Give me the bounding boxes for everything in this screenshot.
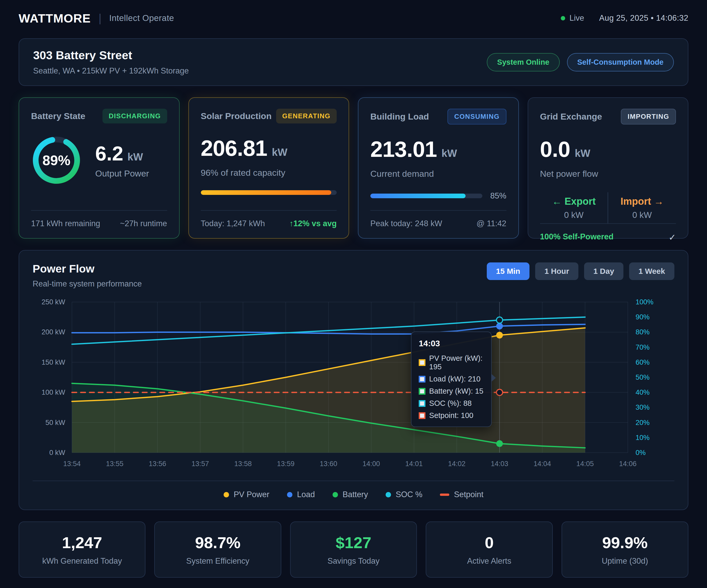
svg-text:10%: 10% bbox=[636, 434, 649, 442]
legend-item-soc-[interactable]: SOC % bbox=[385, 490, 422, 499]
svg-text:14:02: 14:02 bbox=[448, 460, 466, 468]
stat-value: $127 bbox=[296, 533, 411, 552]
battery-output-value: 6.2 bbox=[95, 142, 123, 165]
grid-value: 0.0 bbox=[540, 136, 570, 162]
svg-text:0%: 0% bbox=[636, 449, 646, 457]
svg-text:80%: 80% bbox=[636, 328, 649, 336]
solar-progress-fill bbox=[201, 190, 331, 195]
battery-output-label: Output Power bbox=[95, 168, 149, 178]
svg-text:250 kW: 250 kW bbox=[41, 298, 65, 306]
svg-text:13:54: 13:54 bbox=[63, 460, 81, 468]
svg-text:200 kW: 200 kW bbox=[41, 328, 65, 336]
power-flow-subtitle: Real-time system performance bbox=[33, 279, 142, 289]
legend-label: Battery bbox=[343, 490, 368, 499]
brand-logo: WATTMORE bbox=[19, 11, 91, 25]
tooltip-arrow bbox=[491, 374, 496, 382]
site-info-bar: 303 Battery Street Seattle, WA • 215kW P… bbox=[19, 38, 688, 86]
site-badge-self-consumption-mode: Self-Consumption Mode bbox=[567, 53, 674, 71]
grid-unit: kW bbox=[575, 148, 590, 159]
svg-text:70%: 70% bbox=[636, 344, 649, 351]
power-flow-title: Power Flow bbox=[33, 262, 142, 275]
product-name: Intellect Operate bbox=[109, 13, 174, 23]
chart-tooltip: 14:03 PV Power (kW): 195Load (kW): 210Ba… bbox=[411, 331, 492, 427]
check-icon: ✓ bbox=[669, 232, 676, 242]
tooltip-series-value: Setpoint: 100 bbox=[429, 411, 473, 420]
legend-dot-icon bbox=[385, 492, 391, 497]
legend-label: PV Power bbox=[234, 490, 269, 499]
live-label: Live bbox=[569, 13, 584, 23]
svg-text:14:04: 14:04 bbox=[534, 460, 551, 468]
legend-dot-icon bbox=[287, 492, 293, 497]
svg-text:40%: 40% bbox=[636, 388, 649, 396]
building-load-card: Building Load CONSUMING 213.01 kW Curren… bbox=[358, 97, 519, 239]
svg-text:50 kW: 50 kW bbox=[45, 419, 65, 426]
grid-card-title: Grid Exchange bbox=[540, 111, 602, 122]
svg-text:13:56: 13:56 bbox=[149, 460, 166, 468]
legend-label: SOC % bbox=[396, 490, 422, 499]
load-progress-percent: 85% bbox=[490, 191, 506, 201]
metric-cards-row: Battery State DISCHARGING bbox=[19, 97, 688, 239]
battery-card-title: Battery State bbox=[31, 111, 86, 121]
load-peak-time: @ 11:42 bbox=[476, 219, 506, 228]
legend-item-setpoint[interactable]: Setpoint bbox=[440, 490, 483, 499]
battery-status-badge: DISCHARGING bbox=[102, 109, 167, 124]
svg-text:20%: 20% bbox=[636, 419, 649, 426]
svg-text:13:59: 13:59 bbox=[277, 460, 295, 468]
tooltip-series-swatch-icon bbox=[419, 388, 426, 395]
solar-progress-track bbox=[201, 190, 337, 195]
site-badge-system-online: System Online bbox=[487, 53, 560, 71]
svg-text:13:60: 13:60 bbox=[320, 460, 337, 468]
range-button-1-week[interactable]: 1 Week bbox=[629, 262, 674, 280]
stat-card-kwh-generated-today: 1,247kWh Generated Today bbox=[19, 521, 145, 578]
battery-remaining: 171 kWh remaining bbox=[31, 219, 100, 228]
site-name: 303 Battery Street bbox=[33, 48, 189, 62]
grid-exchange-card: Grid Exchange IMPORTING 0.0 kW Net power… bbox=[528, 97, 688, 239]
load-unit: kW bbox=[441, 148, 457, 159]
tooltip-series-swatch-icon bbox=[419, 376, 426, 383]
range-button-1-hour[interactable]: 1 Hour bbox=[535, 262, 578, 280]
tooltip-series-value: PV Power (kW): 195 bbox=[429, 354, 484, 371]
load-progress-fill bbox=[370, 194, 466, 198]
tooltip-series-value: Load (kW): 210 bbox=[429, 375, 480, 383]
svg-text:100 kW: 100 kW bbox=[41, 388, 65, 396]
chart-legend: PV PowerLoadBatterySOC %Setpoint bbox=[33, 481, 674, 502]
stat-value: 99.9% bbox=[567, 533, 683, 552]
stat-value: 1,247 bbox=[24, 533, 140, 552]
stat-label: Active Alerts bbox=[431, 556, 547, 566]
load-status-badge: CONSUMING bbox=[447, 109, 506, 125]
solar-status-badge: GENERATING bbox=[276, 109, 337, 124]
grid-export-value: 0 kW bbox=[540, 210, 608, 220]
stat-label: kWh Generated Today bbox=[24, 556, 140, 566]
svg-text:14:06: 14:06 bbox=[619, 460, 637, 468]
grid-import-block: Import → 0 kW bbox=[608, 196, 676, 220]
svg-text:60%: 60% bbox=[636, 358, 649, 366]
grid-self-powered: 100% Self-Powered bbox=[540, 232, 614, 242]
grid-flow-label: Net power flow bbox=[540, 169, 676, 179]
range-button-15-min[interactable]: 15 Min bbox=[487, 262, 530, 280]
brand-separator: | bbox=[99, 12, 101, 25]
datetime-label: Aug 25, 2025 • 14:06:32 bbox=[599, 13, 688, 23]
grid-import-value: 0 kW bbox=[608, 210, 676, 220]
time-range-buttons: 15 Min1 Hour1 Day1 Week bbox=[487, 262, 674, 280]
grid-export-label: ← Export bbox=[540, 196, 608, 207]
tooltip-time: 14:03 bbox=[419, 339, 484, 348]
tooltip-row: SOC (%): 88 bbox=[419, 399, 484, 407]
tooltip-row: Setpoint: 100 bbox=[419, 411, 484, 420]
stat-card-active-alerts: 0Active Alerts bbox=[426, 521, 552, 578]
stat-value: 0 bbox=[431, 533, 547, 552]
load-peak: Peak today: 248 kW bbox=[370, 219, 442, 228]
power-flow-chart-svg: 13:5413:5513:5613:5713:5813:5913:6014:00… bbox=[33, 297, 675, 476]
legend-item-load[interactable]: Load bbox=[287, 490, 315, 499]
stat-card-uptime-30d-: 99.9%Uptime (30d) bbox=[562, 521, 688, 578]
tooltip-row: Load (kW): 210 bbox=[419, 375, 484, 383]
legend-item-pv-power[interactable]: PV Power bbox=[224, 490, 269, 499]
range-button-1-day[interactable]: 1 Day bbox=[584, 262, 624, 280]
site-details: Seattle, WA • 215kW PV + 192kWh Storage bbox=[33, 66, 189, 75]
tooltip-series-swatch-icon bbox=[419, 359, 426, 366]
battery-state-card: Battery State DISCHARGING bbox=[19, 97, 179, 239]
legend-item-battery[interactable]: Battery bbox=[333, 490, 368, 499]
dashboard-page: WATTMORE | Intellect Operate Live Aug 25… bbox=[0, 0, 707, 578]
legend-label: Setpoint bbox=[454, 490, 483, 499]
power-flow-heading: Power Flow Real-time system performance bbox=[33, 262, 142, 289]
load-value: 213.01 bbox=[370, 136, 437, 162]
